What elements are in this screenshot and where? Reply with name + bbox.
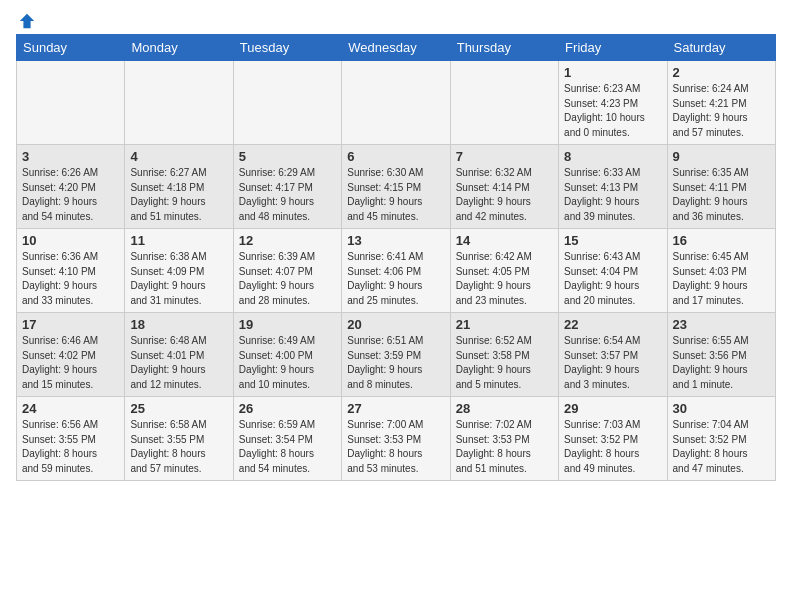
day-number: 19 <box>239 317 336 332</box>
day-number: 22 <box>564 317 661 332</box>
logo-icon <box>18 12 36 30</box>
day-number: 20 <box>347 317 444 332</box>
day-number: 11 <box>130 233 227 248</box>
calendar-cell: 18Sunrise: 6:48 AM Sunset: 4:01 PM Dayli… <box>125 313 233 397</box>
day-info: Sunrise: 6:35 AM Sunset: 4:11 PM Dayligh… <box>673 166 770 224</box>
calendar-cell: 25Sunrise: 6:58 AM Sunset: 3:55 PM Dayli… <box>125 397 233 481</box>
day-number: 17 <box>22 317 119 332</box>
day-number: 12 <box>239 233 336 248</box>
logo-area <box>16 12 36 28</box>
day-number: 18 <box>130 317 227 332</box>
calendar: SundayMondayTuesdayWednesdayThursdayFrid… <box>16 34 776 481</box>
weekday-header-sunday: Sunday <box>17 35 125 61</box>
week-row-4: 17Sunrise: 6:46 AM Sunset: 4:02 PM Dayli… <box>17 313 776 397</box>
calendar-cell: 2Sunrise: 6:24 AM Sunset: 4:21 PM Daylig… <box>667 61 775 145</box>
page: SundayMondayTuesdayWednesdayThursdayFrid… <box>0 0 792 489</box>
calendar-cell: 11Sunrise: 6:38 AM Sunset: 4:09 PM Dayli… <box>125 229 233 313</box>
calendar-cell: 3Sunrise: 6:26 AM Sunset: 4:20 PM Daylig… <box>17 145 125 229</box>
day-info: Sunrise: 6:59 AM Sunset: 3:54 PM Dayligh… <box>239 418 336 476</box>
calendar-cell: 29Sunrise: 7:03 AM Sunset: 3:52 PM Dayli… <box>559 397 667 481</box>
day-number: 6 <box>347 149 444 164</box>
calendar-cell <box>17 61 125 145</box>
day-number: 1 <box>564 65 661 80</box>
day-number: 26 <box>239 401 336 416</box>
day-info: Sunrise: 6:39 AM Sunset: 4:07 PM Dayligh… <box>239 250 336 308</box>
day-info: Sunrise: 6:56 AM Sunset: 3:55 PM Dayligh… <box>22 418 119 476</box>
day-info: Sunrise: 6:24 AM Sunset: 4:21 PM Dayligh… <box>673 82 770 140</box>
day-info: Sunrise: 6:26 AM Sunset: 4:20 PM Dayligh… <box>22 166 119 224</box>
day-number: 28 <box>456 401 553 416</box>
day-info: Sunrise: 6:58 AM Sunset: 3:55 PM Dayligh… <box>130 418 227 476</box>
calendar-cell: 13Sunrise: 6:41 AM Sunset: 4:06 PM Dayli… <box>342 229 450 313</box>
day-info: Sunrise: 6:36 AM Sunset: 4:10 PM Dayligh… <box>22 250 119 308</box>
day-info: Sunrise: 6:41 AM Sunset: 4:06 PM Dayligh… <box>347 250 444 308</box>
calendar-cell: 17Sunrise: 6:46 AM Sunset: 4:02 PM Dayli… <box>17 313 125 397</box>
calendar-cell <box>450 61 558 145</box>
day-info: Sunrise: 6:48 AM Sunset: 4:01 PM Dayligh… <box>130 334 227 392</box>
day-number: 4 <box>130 149 227 164</box>
calendar-cell: 14Sunrise: 6:42 AM Sunset: 4:05 PM Dayli… <box>450 229 558 313</box>
header <box>16 12 776 28</box>
day-info: Sunrise: 6:43 AM Sunset: 4:04 PM Dayligh… <box>564 250 661 308</box>
calendar-cell: 10Sunrise: 6:36 AM Sunset: 4:10 PM Dayli… <box>17 229 125 313</box>
week-row-3: 10Sunrise: 6:36 AM Sunset: 4:10 PM Dayli… <box>17 229 776 313</box>
day-info: Sunrise: 6:51 AM Sunset: 3:59 PM Dayligh… <box>347 334 444 392</box>
weekday-header-row: SundayMondayTuesdayWednesdayThursdayFrid… <box>17 35 776 61</box>
day-number: 13 <box>347 233 444 248</box>
calendar-cell: 15Sunrise: 6:43 AM Sunset: 4:04 PM Dayli… <box>559 229 667 313</box>
day-number: 24 <box>22 401 119 416</box>
day-info: Sunrise: 6:49 AM Sunset: 4:00 PM Dayligh… <box>239 334 336 392</box>
week-row-2: 3Sunrise: 6:26 AM Sunset: 4:20 PM Daylig… <box>17 145 776 229</box>
weekday-header-tuesday: Tuesday <box>233 35 341 61</box>
calendar-cell: 8Sunrise: 6:33 AM Sunset: 4:13 PM Daylig… <box>559 145 667 229</box>
day-info: Sunrise: 6:32 AM Sunset: 4:14 PM Dayligh… <box>456 166 553 224</box>
day-info: Sunrise: 6:45 AM Sunset: 4:03 PM Dayligh… <box>673 250 770 308</box>
day-number: 15 <box>564 233 661 248</box>
calendar-cell: 16Sunrise: 6:45 AM Sunset: 4:03 PM Dayli… <box>667 229 775 313</box>
calendar-cell <box>233 61 341 145</box>
day-info: Sunrise: 6:38 AM Sunset: 4:09 PM Dayligh… <box>130 250 227 308</box>
day-info: Sunrise: 7:04 AM Sunset: 3:52 PM Dayligh… <box>673 418 770 476</box>
day-info: Sunrise: 6:52 AM Sunset: 3:58 PM Dayligh… <box>456 334 553 392</box>
day-info: Sunrise: 6:46 AM Sunset: 4:02 PM Dayligh… <box>22 334 119 392</box>
day-info: Sunrise: 6:42 AM Sunset: 4:05 PM Dayligh… <box>456 250 553 308</box>
week-row-1: 1Sunrise: 6:23 AM Sunset: 4:23 PM Daylig… <box>17 61 776 145</box>
calendar-cell: 26Sunrise: 6:59 AM Sunset: 3:54 PM Dayli… <box>233 397 341 481</box>
weekday-header-thursday: Thursday <box>450 35 558 61</box>
day-number: 14 <box>456 233 553 248</box>
day-info: Sunrise: 7:03 AM Sunset: 3:52 PM Dayligh… <box>564 418 661 476</box>
weekday-header-friday: Friday <box>559 35 667 61</box>
day-info: Sunrise: 6:29 AM Sunset: 4:17 PM Dayligh… <box>239 166 336 224</box>
calendar-cell: 1Sunrise: 6:23 AM Sunset: 4:23 PM Daylig… <box>559 61 667 145</box>
weekday-header-monday: Monday <box>125 35 233 61</box>
weekday-header-wednesday: Wednesday <box>342 35 450 61</box>
day-number: 3 <box>22 149 119 164</box>
day-number: 29 <box>564 401 661 416</box>
day-info: Sunrise: 7:02 AM Sunset: 3:53 PM Dayligh… <box>456 418 553 476</box>
day-number: 23 <box>673 317 770 332</box>
calendar-cell: 5Sunrise: 6:29 AM Sunset: 4:17 PM Daylig… <box>233 145 341 229</box>
calendar-cell: 12Sunrise: 6:39 AM Sunset: 4:07 PM Dayli… <box>233 229 341 313</box>
day-info: Sunrise: 6:54 AM Sunset: 3:57 PM Dayligh… <box>564 334 661 392</box>
day-number: 21 <box>456 317 553 332</box>
calendar-cell: 21Sunrise: 6:52 AM Sunset: 3:58 PM Dayli… <box>450 313 558 397</box>
weekday-header-saturday: Saturday <box>667 35 775 61</box>
day-number: 5 <box>239 149 336 164</box>
day-number: 16 <box>673 233 770 248</box>
day-number: 10 <box>22 233 119 248</box>
day-number: 9 <box>673 149 770 164</box>
calendar-cell: 27Sunrise: 7:00 AM Sunset: 3:53 PM Dayli… <box>342 397 450 481</box>
calendar-cell: 23Sunrise: 6:55 AM Sunset: 3:56 PM Dayli… <box>667 313 775 397</box>
day-number: 8 <box>564 149 661 164</box>
calendar-cell: 19Sunrise: 6:49 AM Sunset: 4:00 PM Dayli… <box>233 313 341 397</box>
calendar-cell: 28Sunrise: 7:02 AM Sunset: 3:53 PM Dayli… <box>450 397 558 481</box>
day-info: Sunrise: 7:00 AM Sunset: 3:53 PM Dayligh… <box>347 418 444 476</box>
day-number: 2 <box>673 65 770 80</box>
calendar-cell: 4Sunrise: 6:27 AM Sunset: 4:18 PM Daylig… <box>125 145 233 229</box>
day-info: Sunrise: 6:30 AM Sunset: 4:15 PM Dayligh… <box>347 166 444 224</box>
calendar-cell <box>125 61 233 145</box>
day-info: Sunrise: 6:33 AM Sunset: 4:13 PM Dayligh… <box>564 166 661 224</box>
calendar-cell: 7Sunrise: 6:32 AM Sunset: 4:14 PM Daylig… <box>450 145 558 229</box>
logo <box>16 12 36 30</box>
calendar-cell: 6Sunrise: 6:30 AM Sunset: 4:15 PM Daylig… <box>342 145 450 229</box>
